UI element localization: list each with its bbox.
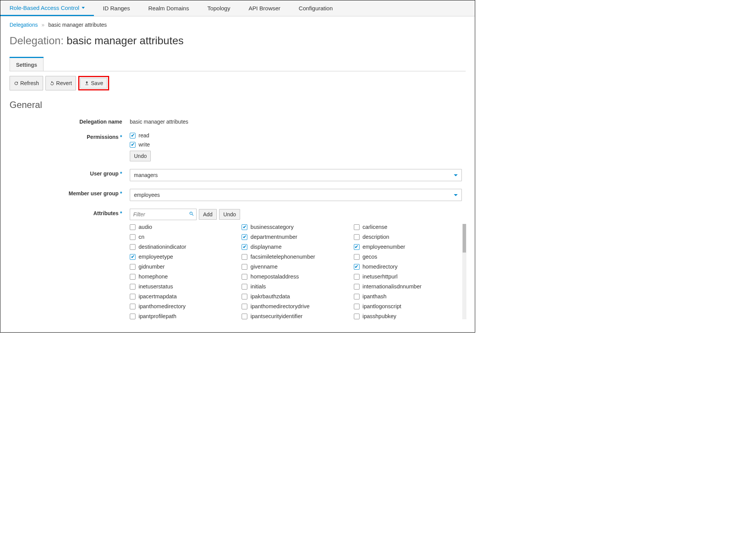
member-user-group-select[interactable]: employees <box>130 189 462 201</box>
search-icon[interactable] <box>189 211 194 218</box>
attribute-checkbox-employeenumber[interactable] <box>354 244 360 250</box>
attribute-item: homepostaladdress <box>242 274 350 280</box>
topnav-item-0[interactable]: Role-Based Access Control <box>0 0 94 16</box>
save-button[interactable]: Save <box>80 78 107 89</box>
topnav-item-4[interactable]: API Browser <box>239 0 289 16</box>
attribute-item: ipasshpubkey <box>354 313 462 319</box>
tabs: Settings <box>10 58 466 71</box>
attributes-label: Attributes* <box>10 209 130 216</box>
revert-icon <box>50 81 55 86</box>
scrollbar[interactable] <box>462 224 466 319</box>
topnav-item-label: Role-Based Access Control <box>10 5 79 11</box>
permission-checkbox-write[interactable] <box>130 142 136 148</box>
attributes-undo-button[interactable]: Undo <box>219 209 240 220</box>
top-nav: Role-Based Access ControlID RangesRealm … <box>0 0 475 16</box>
attribute-item: homedirectory <box>354 264 462 270</box>
breadcrumb-current: basic manager attributes <box>48 22 107 28</box>
attribute-checkbox-businesscategory[interactable] <box>242 224 247 230</box>
user-group-value: managers <box>134 172 158 178</box>
topnav-item-2[interactable]: Realm Domains <box>139 0 198 16</box>
attribute-item: audio <box>130 224 238 230</box>
attribute-checkbox-inetuserhttpurl[interactable] <box>354 274 360 280</box>
attribute-checkbox-ipanthomedirectory[interactable] <box>130 304 136 309</box>
topnav-item-label: Realm Domains <box>148 5 189 11</box>
attribute-checkbox-gidnumber[interactable] <box>130 264 136 270</box>
breadcrumb: Delegations » basic manager attributes <box>10 22 466 28</box>
revert-label: Revert <box>56 80 72 86</box>
topnav-item-5[interactable]: Configuration <box>290 0 342 16</box>
attribute-item: ipantsecurityidentifier <box>242 313 350 319</box>
attribute-item: gecos <box>354 254 462 260</box>
attribute-checkbox-homedirectory[interactable] <box>354 264 360 270</box>
topnav-item-label: Topology <box>207 5 230 11</box>
attribute-label: departmentnumber <box>250 234 297 240</box>
scrollbar-thumb[interactable] <box>463 224 466 253</box>
attribute-checkbox-initials[interactable] <box>242 284 247 290</box>
attribute-checkbox-ipakrbauthzdata[interactable] <box>242 294 247 299</box>
attribute-checkbox-gecos[interactable] <box>354 254 360 260</box>
refresh-button[interactable]: Refresh <box>10 76 43 90</box>
attribute-checkbox-homephone[interactable] <box>130 274 136 280</box>
breadcrumb-sep-icon: » <box>42 22 45 28</box>
revert-button[interactable]: Revert <box>45 76 76 90</box>
attribute-label: ipasshpubkey <box>363 313 397 319</box>
attributes-filter-input[interactable] <box>130 209 197 220</box>
attribute-checkbox-description[interactable] <box>354 234 360 240</box>
attribute-item: gidnumber <box>130 264 238 270</box>
page-title: Delegation: basic manager attributes <box>10 35 466 47</box>
attributes-add-button[interactable]: Add <box>199 209 217 220</box>
attribute-item: departmentnumber <box>242 234 350 240</box>
attribute-checkbox-homepostaladdress[interactable] <box>242 274 247 280</box>
attribute-checkbox-audio[interactable] <box>130 224 136 230</box>
attribute-item: employeenumber <box>354 244 462 250</box>
attribute-item: inetuserhttpurl <box>354 274 462 280</box>
attribute-checkbox-internationalisdnnumber[interactable] <box>354 284 360 290</box>
attribute-label: facsimiletelephonenumber <box>250 254 315 260</box>
permission-checkbox-read[interactable] <box>130 133 136 138</box>
attribute-checkbox-carlicense[interactable] <box>354 224 360 230</box>
user-group-label: User group* <box>10 169 130 177</box>
attribute-label: displayname <box>250 244 281 250</box>
attribute-checkbox-ipanthash[interactable] <box>354 294 360 299</box>
chevron-down-icon <box>454 194 458 196</box>
attribute-checkbox-givenname[interactable] <box>242 264 247 270</box>
attribute-label: employeetype <box>139 254 173 260</box>
attribute-checkbox-ipantsecurityidentifier[interactable] <box>242 314 247 319</box>
attribute-checkbox-ipantlogonscript[interactable] <box>354 304 360 309</box>
attribute-checkbox-departmentnumber[interactable] <box>242 234 247 240</box>
attribute-item: ipanthomedirectorydrive <box>242 303 350 309</box>
attribute-label: businesscategory <box>250 224 294 230</box>
attribute-checkbox-ipanthomedirectorydrive[interactable] <box>242 304 247 309</box>
attribute-item: homephone <box>130 274 238 280</box>
attribute-label: ipanthomedirectorydrive <box>250 303 310 309</box>
permissions-undo-button[interactable]: Undo <box>130 151 151 161</box>
topnav-item-label: Configuration <box>299 5 333 11</box>
attribute-label: gecos <box>363 254 377 260</box>
attribute-checkbox-inetuserstatus[interactable] <box>130 284 136 290</box>
attribute-checkbox-facsimiletelephonenumber[interactable] <box>242 254 247 260</box>
attribute-label: gidnumber <box>139 264 165 270</box>
attribute-checkbox-ipantprofilepath[interactable] <box>130 314 136 319</box>
topnav-item-3[interactable]: Topology <box>198 0 239 16</box>
attribute-checkbox-ipacertmapdata[interactable] <box>130 294 136 299</box>
attribute-item: ipantlogonscript <box>354 303 462 309</box>
section-title: General <box>10 100 466 110</box>
user-group-select[interactable]: managers <box>130 169 462 181</box>
attribute-label: destinationindicator <box>139 244 186 250</box>
breadcrumb-parent[interactable]: Delegations <box>10 22 38 28</box>
attribute-label: ipakrbauthzdata <box>250 293 290 299</box>
attribute-checkbox-displayname[interactable] <box>242 244 247 250</box>
topnav-item-label: API Browser <box>248 5 280 11</box>
attribute-item: facsimiletelephonenumber <box>242 254 350 260</box>
attribute-item: ipakrbauthzdata <box>242 293 350 299</box>
attribute-checkbox-destinationindicator[interactable] <box>130 244 136 250</box>
topnav-item-1[interactable]: ID Ranges <box>94 0 139 16</box>
topnav-item-label: ID Ranges <box>103 5 130 11</box>
attribute-checkbox-ipasshpubkey[interactable] <box>354 314 360 319</box>
attribute-item: inetuserstatus <box>130 283 238 290</box>
attribute-label: inetuserstatus <box>139 283 173 290</box>
tab-0[interactable]: Settings <box>10 58 44 71</box>
attribute-checkbox-employeetype[interactable] <box>130 254 136 260</box>
save-highlight: Save <box>78 76 109 90</box>
attribute-checkbox-cn[interactable] <box>130 234 136 240</box>
